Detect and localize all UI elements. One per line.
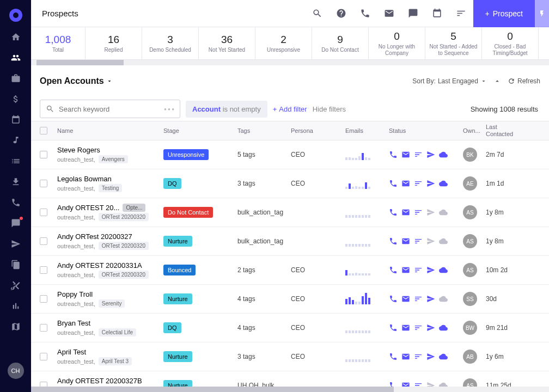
chat-icon[interactable] <box>401 0 425 27</box>
status-action-icon[interactable] <box>426 237 435 246</box>
add-prospect-button[interactable]: +Prospect <box>473 0 535 27</box>
status-action-icon[interactable] <box>426 323 435 332</box>
status-action-icon[interactable] <box>401 295 410 303</box>
sidebar-phone-icon[interactable] <box>10 197 21 208</box>
prospect-name[interactable]: April Test <box>57 348 163 356</box>
sidebar-download-icon[interactable] <box>10 176 21 187</box>
stat-item[interactable]: 1,008Total <box>31 27 86 59</box>
status-action-icon[interactable] <box>439 237 448 246</box>
status-action-icon[interactable] <box>414 352 423 361</box>
prospect-name[interactable]: Andy ORTest 20200327 <box>57 232 163 241</box>
status-action-icon[interactable] <box>401 237 410 246</box>
col-emails[interactable]: Emails <box>345 127 389 134</box>
status-action-icon[interactable] <box>401 208 410 217</box>
table-row[interactable]: Andy ORTEST 20...Opte...outreach_test, O… <box>31 198 549 227</box>
status-action-icon[interactable] <box>389 208 398 217</box>
status-action-icon[interactable] <box>439 266 448 274</box>
col-last-contacted[interactable]: Last Contacted <box>486 124 524 138</box>
owner-avatar[interactable]: AS <box>463 263 477 277</box>
col-name[interactable]: Name <box>57 127 163 134</box>
search-input[interactable]: ● ● ● <box>40 100 180 118</box>
stage-pill[interactable]: Nurture <box>163 293 192 304</box>
row-checkbox[interactable] <box>40 237 47 245</box>
owner-avatar[interactable]: AS <box>463 234 477 248</box>
table-row[interactable]: Legolas Bowmanoutreach_test, TestingDQ3 … <box>31 169 549 198</box>
stage-pill[interactable]: Nurture <box>163 380 192 387</box>
prospect-name[interactable]: Steve Rogers <box>57 146 163 154</box>
table-row[interactable]: Andy ORTEST 20200331Aoutreach_test, ORTe… <box>31 256 549 285</box>
table-scrollbar[interactable] <box>31 387 549 392</box>
sidebar-map-icon[interactable] <box>10 321 21 332</box>
status-action-icon[interactable] <box>414 237 423 246</box>
help-icon[interactable] <box>330 0 353 27</box>
status-action-icon[interactable] <box>401 179 410 188</box>
stat-item[interactable]: 9Do Not Contact <box>312 27 369 59</box>
status-action-icon[interactable] <box>439 179 448 188</box>
table-row[interactable]: Poppy Trolloutreach_test, SerenityNurtur… <box>31 285 549 314</box>
status-action-icon[interactable] <box>439 323 448 332</box>
status-action-icon[interactable] <box>401 266 410 274</box>
phone-icon[interactable] <box>353 0 377 27</box>
row-checkbox[interactable] <box>40 382 47 387</box>
search-icon[interactable] <box>306 0 330 27</box>
hide-filters-button[interactable]: Hide filters <box>313 105 346 113</box>
email-icon[interactable] <box>377 0 401 27</box>
stat-item[interactable]: 2Unresponsive <box>255 27 312 59</box>
prospect-name[interactable]: Andy ORTEST 20200327B <box>57 377 163 385</box>
stat-item[interactable]: 3Demo Scheduled <box>142 27 199 59</box>
status-action-icon[interactable] <box>401 150 410 159</box>
row-checkbox[interactable] <box>40 324 47 332</box>
sidebar-list-icon[interactable] <box>10 156 21 167</box>
prospect-name[interactable]: Andy ORTEST 20...Opte... <box>57 204 163 212</box>
owner-avatar[interactable]: BW <box>463 321 477 335</box>
sidebar-scissors-icon[interactable] <box>10 280 21 291</box>
status-action-icon[interactable] <box>389 381 398 387</box>
status-action-icon[interactable] <box>414 381 423 387</box>
stage-pill[interactable]: Do Not Contact <box>163 207 213 218</box>
row-checkbox[interactable] <box>40 180 47 187</box>
status-action-icon[interactable] <box>414 150 423 159</box>
stage-pill[interactable]: Nurture <box>163 236 192 247</box>
status-action-icon[interactable] <box>426 352 435 361</box>
stage-pill[interactable]: Nurture <box>163 351 192 362</box>
sort-dropdown[interactable]: Sort By: Last Engaged <box>412 77 487 85</box>
owner-avatar[interactable]: AS <box>463 205 477 219</box>
sort-arrow-icon[interactable] <box>493 77 501 85</box>
stat-item[interactable]: 36Not Yet Started <box>199 27 255 59</box>
status-action-icon[interactable] <box>389 352 398 361</box>
status-action-icon[interactable] <box>439 208 448 217</box>
table-row[interactable]: Andy ORTEST 20200327Boutreach_test, ORTe… <box>31 371 549 387</box>
sidebar-calendar-small-icon[interactable] <box>10 114 21 125</box>
table-row[interactable]: April Testoutreach_test, April Test 3Nur… <box>31 342 549 371</box>
stat-item[interactable]: 0Closed - Bad Timing/Budget <box>482 27 539 59</box>
owner-avatar[interactable]: BK <box>463 148 477 162</box>
status-action-icon[interactable] <box>439 150 448 159</box>
sidebar-briefcase-icon[interactable] <box>10 73 21 84</box>
col-stage[interactable]: Stage <box>163 127 237 134</box>
prospect-name[interactable]: Legolas Bowman <box>57 175 163 183</box>
row-checkbox[interactable] <box>40 209 47 216</box>
owner-avatar[interactable]: AE <box>463 176 477 191</box>
status-action-icon[interactable] <box>439 295 448 303</box>
tasks-icon[interactable] <box>449 0 473 27</box>
sidebar-copy-icon[interactable] <box>10 259 21 270</box>
stat-item[interactable]: 5Not Started - Added to Sequence <box>425 27 482 59</box>
view-dropdown[interactable]: Open Accounts <box>40 76 113 86</box>
status-action-icon[interactable] <box>414 208 423 217</box>
user-avatar[interactable]: CH <box>8 363 24 379</box>
status-action-icon[interactable] <box>426 179 435 188</box>
stat-item[interactable]: 0No Longer with Company <box>369 27 425 59</box>
stage-pill[interactable]: Bounced <box>163 265 196 275</box>
status-action-icon[interactable] <box>389 323 398 332</box>
sidebar-audio-icon[interactable] <box>10 135 21 146</box>
prospect-name[interactable]: Andy ORTEST 20200331A <box>57 261 163 270</box>
row-checkbox[interactable] <box>40 151 47 158</box>
owner-avatar[interactable]: AB <box>463 350 477 364</box>
stats-scrollbar[interactable] <box>31 60 549 65</box>
row-checkbox[interactable] <box>40 266 47 274</box>
refresh-button[interactable]: Refresh <box>508 77 540 85</box>
col-persona[interactable]: Persona <box>291 127 345 134</box>
col-status[interactable]: Status <box>389 127 463 134</box>
status-action-icon[interactable] <box>389 150 398 159</box>
filter-pill[interactable]: Account is not empty <box>186 101 267 118</box>
